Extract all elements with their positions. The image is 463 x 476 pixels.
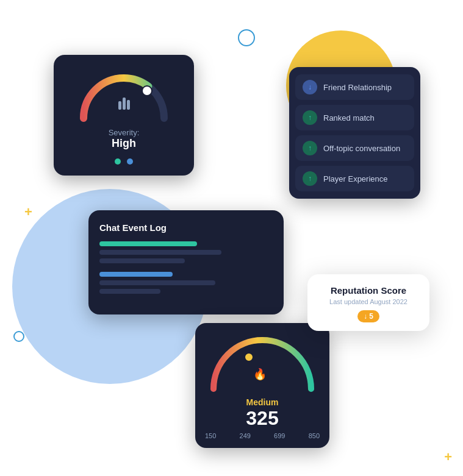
score-value: 325 [246, 407, 278, 430]
decorative-plus-left: + [24, 204, 32, 220]
decorative-plus-bottom: + [444, 449, 452, 465]
list-item-text-playerexp: Player Experience [323, 174, 388, 183]
icon-up-ranked: ↑ [303, 110, 317, 125]
severity-label: Severity: [109, 128, 140, 137]
decorative-circle-small [238, 29, 255, 46]
chat-bar-dark2 [99, 258, 185, 263]
list-item-text-ranked: Ranked match [323, 113, 375, 123]
chat-bar-dark4 [99, 289, 160, 294]
score-range-699: 699 [274, 432, 285, 439]
icon-up-playerexp: ↑ [303, 171, 317, 186]
reputation-title: Reputation Score [320, 285, 417, 296]
svg-rect-3 [127, 100, 130, 110]
list-item-ranked[interactable]: ↑ Ranked match [295, 105, 414, 130]
gauge-container: Severity: High [66, 69, 182, 150]
svg-rect-1 [118, 101, 121, 110]
reputation-card: Reputation Score Last updated August 202… [307, 274, 429, 331]
score-range-labels: 150 249 699 850 [205, 432, 320, 439]
svg-text:🔥: 🔥 [253, 368, 267, 381]
decorative-circle-tiny [13, 331, 24, 342]
chat-log-card: Chat Event Log [88, 210, 284, 314]
icon-down-friend: ↓ [303, 80, 317, 94]
chat-bar-blue [99, 272, 173, 277]
reputation-subtitle: Last updated August 2022 [320, 298, 417, 305]
gauge-dots [66, 158, 182, 165]
score-range-150: 150 [205, 432, 216, 439]
chat-bar-green [99, 241, 197, 246]
list-item-offtopic[interactable]: ↑ Off-topic conversation [295, 135, 414, 161]
svg-point-0 [142, 86, 152, 96]
gauge-svg [75, 69, 173, 124]
reputation-badge: ↓ 5 [357, 310, 379, 322]
chat-bar-dark3 [99, 280, 215, 285]
svg-rect-2 [123, 98, 126, 110]
score-range-249: 249 [240, 432, 251, 439]
list-item-text-friend: Friend Relationship [323, 83, 392, 92]
svg-point-4 [245, 353, 253, 361]
score-label-medium: Medium [246, 397, 279, 407]
score-gauge-svg: 🔥 [205, 334, 320, 395]
chat-bar-dark1 [99, 250, 221, 255]
score-gauge-wrap: 🔥 Medium 325 150 249 699 850 [205, 334, 320, 439]
severity-card: Severity: High [54, 55, 194, 176]
list-item-player-exp[interactable]: ↑ Player Experience [295, 166, 414, 191]
score-range-850: 850 [309, 432, 320, 439]
severity-value: High [112, 137, 136, 150]
dot-blue [127, 158, 133, 165]
dot-green [115, 158, 121, 165]
list-item-text-offtopic: Off-topic conversation [323, 144, 400, 153]
list-item-friend[interactable]: ↓ Friend Relationship [295, 74, 414, 100]
chat-log-title: Chat Event Log [99, 222, 273, 233]
chat-bar-group-1 [99, 241, 273, 263]
list-card: ↓ Friend Relationship ↑ Ranked match ↑ O… [289, 67, 420, 199]
chat-bar-group-2 [99, 272, 273, 294]
icon-up-offtopic: ↑ [303, 141, 317, 155]
score-card: 🔥 Medium 325 150 249 699 850 [195, 323, 329, 448]
